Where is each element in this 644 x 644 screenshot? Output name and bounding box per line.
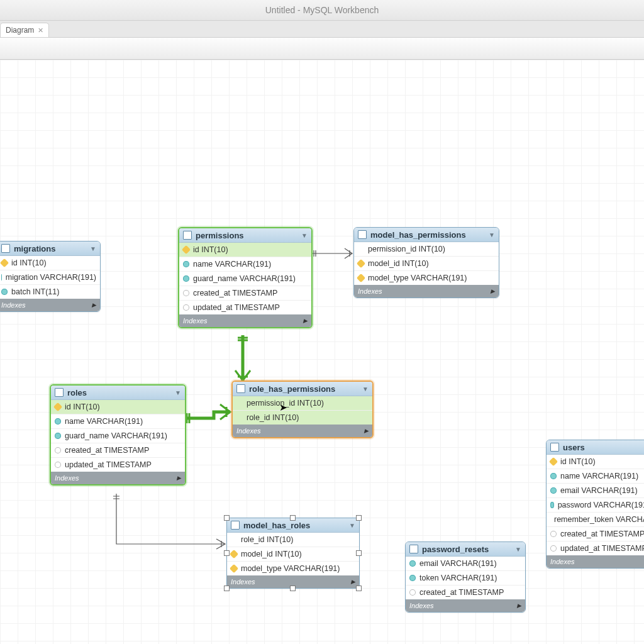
table-header[interactable]: password_resets ▼ [406,542,525,557]
column-text: role_id INT(10) [247,413,299,422]
indexes-label: Indexes [236,427,261,435]
column-row[interactable]: token VARCHAR(191) [406,571,525,586]
table-header[interactable]: permissions ▼ [179,228,311,243]
column-row[interactable]: created_at TIMESTAMP [406,586,525,599]
table-roles[interactable]: roles ▼ id INT(10)name VARCHAR(191)guard… [50,384,186,486]
column-row[interactable]: email VARCHAR(191) [406,557,525,571]
column-row[interactable]: migration VARCHAR(191) [0,270,100,285]
indexes-section[interactable]: Indexes▶ [354,285,499,297]
column-text: id INT(10) [65,402,100,411]
indexes-label: Indexes [409,602,434,609]
column-row[interactable]: created_at TIMESTAMP [51,443,185,458]
table-name: migrations [14,244,55,253]
chevron-down-icon[interactable]: ▼ [349,522,355,529]
indexes-section[interactable]: Indexes▶ [0,299,100,311]
column-text: remember_token VARCHAR [554,515,644,524]
resize-handle[interactable] [290,586,296,591]
nullable-icon [550,531,557,537]
column-row[interactable]: permission_id INT(10) [354,242,499,257]
chevron-down-icon[interactable]: ▼ [175,389,181,396]
column-text: created_at TIMESTAMP [65,446,149,455]
column-row[interactable]: model_id INT(10) [227,547,359,562]
table-model-has-permissions[interactable]: model_has_permissions ▼ permission_id IN… [353,227,499,298]
resize-handle[interactable] [356,550,362,556]
chevron-right-icon: ▶ [303,318,308,324]
column-row[interactable]: remember_token VARCHAR [547,513,644,527]
column-row[interactable]: name VARCHAR(191) [179,257,311,272]
column-row[interactable]: updated_at TIMESTAMP [179,301,311,314]
key-icon [53,402,62,411]
column-row[interactable]: batch INT(11) [0,285,100,299]
tab-bar: Diagram ✕ [0,21,644,38]
chevron-right-icon: ▶ [491,288,495,294]
column-row[interactable]: created_at TIMESTAMP [179,286,311,301]
nullable-icon [55,462,61,468]
table-header[interactable]: migrations ▼ [0,242,100,256]
table-name: model_has_roles [243,521,310,530]
column-list: role_id INT(10)model_id INT(10)model_typ… [227,533,359,575]
column-row[interactable]: id INT(10) [0,256,100,270]
chevron-down-icon[interactable]: ▼ [362,386,369,392]
nullable-icon [550,545,557,552]
resize-handle[interactable] [224,515,230,521]
nullable-icon [409,589,416,596]
indexes-section[interactable]: Indexes▶ [51,472,185,484]
indexes-label: Indexes [231,578,255,586]
column-row[interactable]: model_type VARCHAR(191) [354,271,499,285]
chevron-down-icon[interactable]: ▼ [489,231,495,238]
diagram-canvas[interactable]: migrations ▼ id INT(10)migration VARCHAR… [0,60,644,644]
nullable-icon [183,290,189,296]
indexes-section[interactable]: Indexes▶ [233,425,372,437]
table-password-resets[interactable]: password_resets ▼ email VARCHAR(191)toke… [405,541,526,613]
indexes-label: Indexes [183,317,208,325]
column-row[interactable]: permission_id INT(10) [233,396,372,411]
column-row[interactable]: email VARCHAR(191) [547,484,644,498]
tab-diagram[interactable]: Diagram ✕ [0,23,49,37]
table-header[interactable]: users ▼ [547,440,644,455]
table-users[interactable]: users ▼ id INT(10)name VARCHAR(191)email… [546,440,644,569]
column-row[interactable]: name VARCHAR(191) [547,469,644,484]
table-icon [55,388,64,397]
column-row[interactable]: role_id INT(10) [233,411,372,425]
table-model-has-roles[interactable]: model_has_roles ▼ role_id INT(10)model_i… [226,518,360,589]
column-icon [55,418,61,425]
column-row[interactable]: model_type VARCHAR(191) [227,562,359,575]
table-role-has-permissions[interactable]: role_has_permissions ▼ permission_id INT… [231,380,374,438]
table-header[interactable]: role_has_permissions ▼ [233,382,372,396]
table-permissions[interactable]: permissions ▼ id INT(10)name VARCHAR(191… [178,227,313,328]
resize-handle[interactable] [224,550,230,556]
chevron-down-icon[interactable]: ▼ [301,232,308,239]
column-row[interactable]: created_at TIMESTAMP [547,527,644,541]
chevron-down-icon[interactable]: ▼ [90,245,96,252]
table-header[interactable]: roles ▼ [51,386,185,400]
column-text: id INT(10) [560,457,596,466]
indexes-section[interactable]: Indexes▶ [179,314,311,327]
indexes-section[interactable]: Indexes▶ [406,599,525,612]
column-row[interactable]: guard_name VARCHAR(191) [51,429,185,443]
table-header[interactable]: model_has_permissions ▼ [354,228,499,242]
column-row[interactable]: guard_name VARCHAR(191) [179,272,311,286]
resize-handle[interactable] [224,586,230,591]
resize-handle[interactable] [290,515,296,521]
cursor-icon: ➤ [279,402,287,413]
resize-handle[interactable] [356,515,362,521]
indexes-section[interactable]: Indexes▶ [547,555,644,568]
column-row[interactable]: id INT(10) [51,400,185,414]
column-text: email VARCHAR(191) [560,486,638,495]
table-name: model_has_permissions [370,230,466,240]
column-row[interactable]: id INT(10) [179,243,311,257]
column-row[interactable]: password VARCHAR(191) [547,498,644,513]
resize-handle[interactable] [356,586,362,591]
column-row[interactable]: id INT(10) [547,455,644,469]
column-row[interactable]: name VARCHAR(191) [51,414,185,429]
column-row[interactable]: model_id INT(10) [354,257,499,271]
chevron-down-icon[interactable]: ▼ [515,546,521,553]
close-icon[interactable]: ✕ [38,26,43,35]
nullable-icon [183,304,189,311]
table-migrations[interactable]: migrations ▼ id INT(10)migration VARCHAR… [0,241,101,312]
column-icon [183,261,189,267]
table-icon [231,521,240,530]
column-row[interactable]: updated_at TIMESTAMP [51,458,185,472]
column-row[interactable]: updated_at TIMESTAMP [547,541,644,555]
column-row[interactable]: role_id INT(10) [227,533,359,547]
